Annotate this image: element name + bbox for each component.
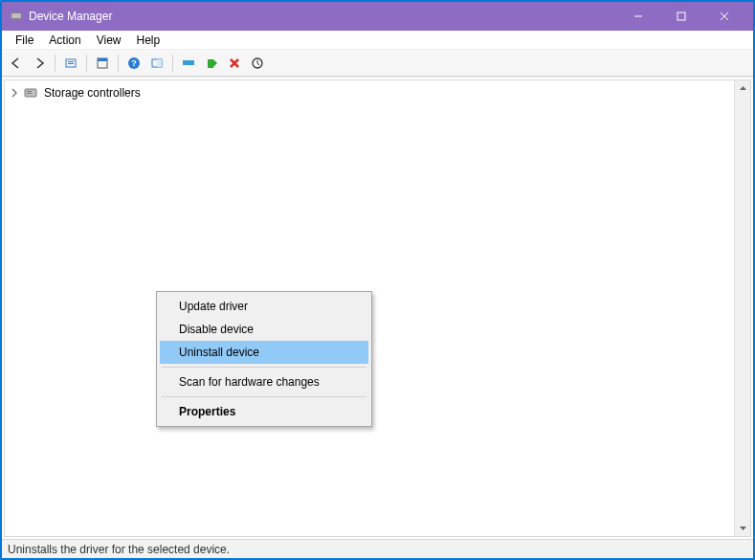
svg-rect-10 xyxy=(98,58,107,61)
menu-action[interactable]: Action xyxy=(41,32,88,49)
context-menu-scan[interactable]: Scan for hardware changes xyxy=(160,370,368,393)
svg-rect-14 xyxy=(157,59,162,67)
svg-rect-17 xyxy=(208,59,213,68)
toolbar-separator xyxy=(172,55,173,72)
svg-rect-21 xyxy=(27,93,32,94)
show-hidden-devices-button[interactable] xyxy=(60,53,81,74)
toolbar-separator xyxy=(86,55,87,72)
vertical-scrollbar[interactable] xyxy=(734,80,750,536)
toolbar-separator xyxy=(118,55,119,72)
svg-rect-1 xyxy=(13,20,18,21)
menu-help[interactable]: Help xyxy=(129,32,168,49)
device-manager-window: Device Manager File Action View Help ? S… xyxy=(2,2,753,558)
app-icon xyxy=(10,10,23,23)
tree-item-label: Storage controllers xyxy=(41,85,144,101)
svg-rect-7 xyxy=(68,61,74,62)
svg-text:?: ? xyxy=(131,58,137,68)
svg-rect-15 xyxy=(183,60,189,65)
storage-icon xyxy=(23,85,38,101)
refresh-button[interactable] xyxy=(146,53,167,74)
svg-rect-8 xyxy=(68,63,74,64)
tree-root-node[interactable]: Storage controllers xyxy=(7,84,750,101)
help-button[interactable]: ? xyxy=(123,53,144,74)
forward-button[interactable] xyxy=(29,53,50,74)
context-menu-disable[interactable]: Disable device xyxy=(160,318,368,341)
menu-file[interactable]: File xyxy=(8,32,41,49)
status-text: Uninstalls the driver for the selected d… xyxy=(8,543,230,556)
toolbar-separator xyxy=(55,55,56,72)
scroll-down-button[interactable] xyxy=(735,520,750,536)
device-tree-pane[interactable]: Storage controllers Update driverDisable… xyxy=(4,79,751,537)
statusbar: Uninstalls the driver for the selected d… xyxy=(2,539,753,558)
context-menu: Update driverDisable deviceUninstall dev… xyxy=(156,291,372,427)
maximize-button[interactable] xyxy=(659,2,702,31)
context-menu-update[interactable]: Update driver xyxy=(160,295,368,318)
context-menu-uninstall[interactable]: Uninstall device xyxy=(160,341,368,364)
context-menu-separator xyxy=(162,367,366,368)
uninstall-device-button[interactable] xyxy=(224,53,245,74)
expand-icon[interactable] xyxy=(9,87,20,99)
context-menu-separator xyxy=(162,396,366,397)
menubar: File Action View Help xyxy=(2,31,753,50)
svg-rect-16 xyxy=(189,60,194,65)
enable-device-button[interactable] xyxy=(201,53,222,74)
window-title: Device Manager xyxy=(29,10,112,23)
close-button[interactable] xyxy=(702,2,745,31)
content-area: Storage controllers Update driverDisable… xyxy=(2,77,753,539)
update-driver-button[interactable] xyxy=(178,53,199,74)
context-menu-properties[interactable]: Properties xyxy=(160,400,368,423)
svg-rect-3 xyxy=(677,12,685,20)
back-button[interactable] xyxy=(6,53,27,74)
menu-view[interactable]: View xyxy=(89,32,129,49)
minimize-button[interactable] xyxy=(616,2,659,31)
properties-button[interactable] xyxy=(92,53,113,74)
toolbar: ? xyxy=(2,50,753,77)
scan-hardware-button[interactable] xyxy=(247,53,268,74)
svg-rect-0 xyxy=(11,13,22,19)
scroll-up-button[interactable] xyxy=(735,80,750,97)
svg-rect-20 xyxy=(27,91,32,92)
titlebar[interactable]: Device Manager xyxy=(2,2,753,31)
